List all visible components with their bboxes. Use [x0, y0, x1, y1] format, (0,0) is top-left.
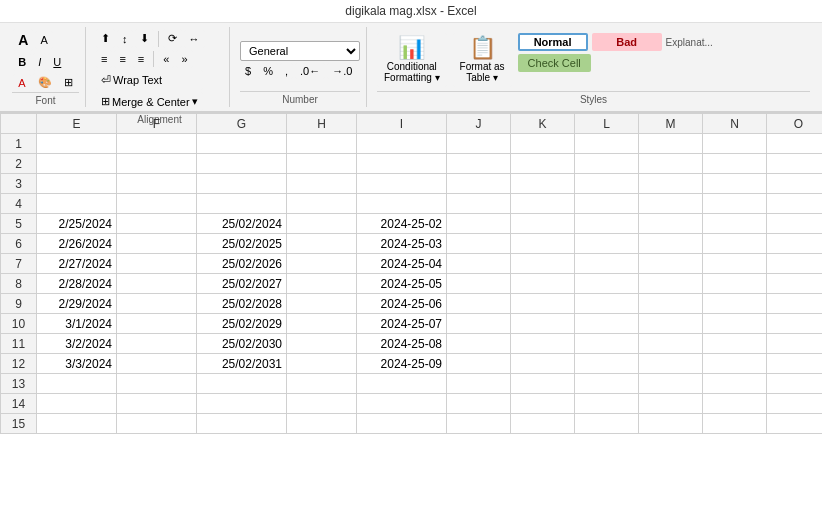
cell-g9[interactable]: 25/02/2028: [197, 294, 287, 314]
cell-m12[interactable]: [639, 354, 703, 374]
cell-h12[interactable]: [287, 354, 357, 374]
cell-h9[interactable]: [287, 294, 357, 314]
col-header-o[interactable]: O: [767, 114, 823, 134]
cell-n9[interactable]: [703, 294, 767, 314]
cell-e8[interactable]: 2/28/2024: [37, 274, 117, 294]
cell-k8[interactable]: [511, 274, 575, 294]
cell-g10[interactable]: 25/02/2029: [197, 314, 287, 334]
font-size-increase-button[interactable]: A: [13, 29, 33, 51]
cell-j10[interactable]: [447, 314, 511, 334]
font-color-button[interactable]: A: [13, 74, 30, 92]
cell-j15[interactable]: [447, 414, 511, 434]
cell-j5[interactable]: [447, 214, 511, 234]
percent-button[interactable]: %: [258, 63, 278, 79]
cell-i12[interactable]: 2024-25-09: [357, 354, 447, 374]
cell-j11[interactable]: [447, 334, 511, 354]
row-number[interactable]: 15: [1, 414, 37, 434]
cell-h6[interactable]: [287, 234, 357, 254]
cell-h5[interactable]: [287, 214, 357, 234]
cell-m2[interactable]: [639, 154, 703, 174]
cell-e12[interactable]: 3/3/2024: [37, 354, 117, 374]
cell-m3[interactable]: [639, 174, 703, 194]
cell-k12[interactable]: [511, 354, 575, 374]
col-header-n[interactable]: N: [703, 114, 767, 134]
cell-h1[interactable]: [287, 134, 357, 154]
cell-g14[interactable]: [197, 394, 287, 414]
cell-m5[interactable]: [639, 214, 703, 234]
cell-n12[interactable]: [703, 354, 767, 374]
cell-g13[interactable]: [197, 374, 287, 394]
cell-e10[interactable]: 3/1/2024: [37, 314, 117, 334]
cell-o8[interactable]: [767, 274, 823, 294]
bad-style-box[interactable]: Bad: [592, 33, 662, 51]
cell-o5[interactable]: [767, 214, 823, 234]
cell-f14[interactable]: [117, 394, 197, 414]
fill-color-button[interactable]: 🎨: [33, 73, 57, 92]
cell-h7[interactable]: [287, 254, 357, 274]
col-header-i[interactable]: I: [357, 114, 447, 134]
cell-f3[interactable]: [117, 174, 197, 194]
check-cell-style-box[interactable]: Check Cell: [518, 54, 591, 72]
cell-g1[interactable]: [197, 134, 287, 154]
bold-button[interactable]: B: [13, 53, 31, 71]
row-number[interactable]: 11: [1, 334, 37, 354]
cell-i13[interactable]: [357, 374, 447, 394]
row-number[interactable]: 7: [1, 254, 37, 274]
cell-n14[interactable]: [703, 394, 767, 414]
cell-l13[interactable]: [575, 374, 639, 394]
row-number[interactable]: 5: [1, 214, 37, 234]
cell-l7[interactable]: [575, 254, 639, 274]
cell-e7[interactable]: 2/27/2024: [37, 254, 117, 274]
cell-f12[interactable]: [117, 354, 197, 374]
cell-e6[interactable]: 2/26/2024: [37, 234, 117, 254]
row-number[interactable]: 6: [1, 234, 37, 254]
row-number[interactable]: 14: [1, 394, 37, 414]
cell-i1[interactable]: [357, 134, 447, 154]
cell-l5[interactable]: [575, 214, 639, 234]
cell-k14[interactable]: [511, 394, 575, 414]
cell-n10[interactable]: [703, 314, 767, 334]
row-number[interactable]: 8: [1, 274, 37, 294]
orientation-button[interactable]: ⟳: [163, 29, 182, 48]
cell-k3[interactable]: [511, 174, 575, 194]
cell-k15[interactable]: [511, 414, 575, 434]
cell-e14[interactable]: [37, 394, 117, 414]
cell-i5[interactable]: 2024-25-02: [357, 214, 447, 234]
cell-o4[interactable]: [767, 194, 823, 214]
cell-o13[interactable]: [767, 374, 823, 394]
cell-i8[interactable]: 2024-25-05: [357, 274, 447, 294]
cell-i10[interactable]: 2024-25-07: [357, 314, 447, 334]
cell-l3[interactable]: [575, 174, 639, 194]
cell-l1[interactable]: [575, 134, 639, 154]
cell-n15[interactable]: [703, 414, 767, 434]
cell-n7[interactable]: [703, 254, 767, 274]
cell-l14[interactable]: [575, 394, 639, 414]
cell-f15[interactable]: [117, 414, 197, 434]
cell-e15[interactable]: [37, 414, 117, 434]
cell-n11[interactable]: [703, 334, 767, 354]
cell-k6[interactable]: [511, 234, 575, 254]
cell-m9[interactable]: [639, 294, 703, 314]
cell-g5[interactable]: 25/02/2024: [197, 214, 287, 234]
cell-f4[interactable]: [117, 194, 197, 214]
cell-j7[interactable]: [447, 254, 511, 274]
align-left-button[interactable]: ≡: [96, 50, 112, 68]
cell-k4[interactable]: [511, 194, 575, 214]
wrap-text-button[interactable]: ⏎ Wrap Text: [96, 70, 203, 90]
cell-f2[interactable]: [117, 154, 197, 174]
cell-h10[interactable]: [287, 314, 357, 334]
indent-increase-button[interactable]: »: [176, 50, 192, 68]
cell-m13[interactable]: [639, 374, 703, 394]
border-button[interactable]: ⊞: [59, 73, 78, 92]
cell-i9[interactable]: 2024-25-06: [357, 294, 447, 314]
cell-m11[interactable]: [639, 334, 703, 354]
cell-o14[interactable]: [767, 394, 823, 414]
cell-k7[interactable]: [511, 254, 575, 274]
cell-e13[interactable]: [37, 374, 117, 394]
cell-k5[interactable]: [511, 214, 575, 234]
cell-f1[interactable]: [117, 134, 197, 154]
row-number[interactable]: 10: [1, 314, 37, 334]
decimal-increase-button[interactable]: .0←: [295, 63, 325, 79]
col-header-k[interactable]: K: [511, 114, 575, 134]
cell-e9[interactable]: 2/29/2024: [37, 294, 117, 314]
